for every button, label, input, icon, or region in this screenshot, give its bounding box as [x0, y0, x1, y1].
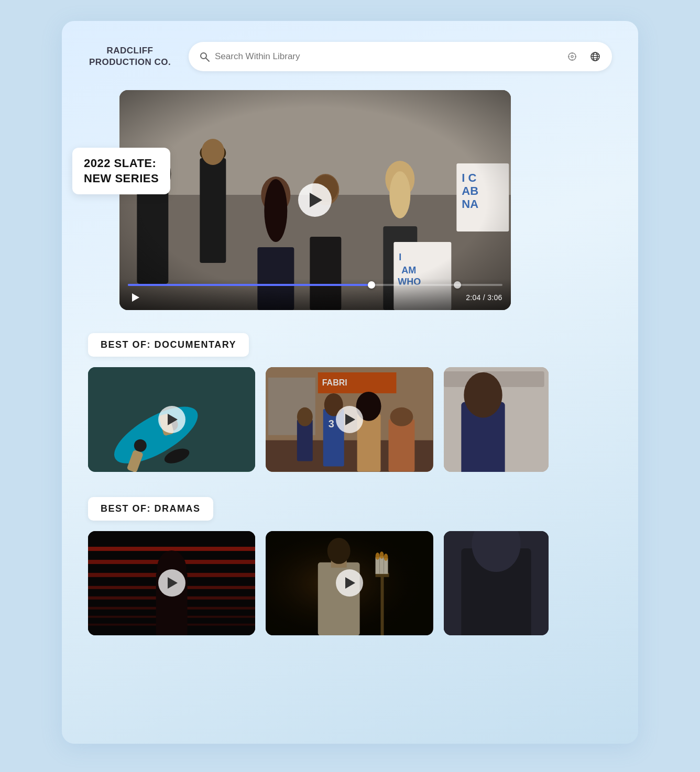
card-play-button[interactable] — [336, 406, 363, 433]
card-play-button[interactable] — [158, 569, 185, 597]
progress-fill — [128, 284, 375, 286]
video-card-dark[interactable] — [444, 531, 549, 636]
card-play-button[interactable] — [336, 569, 363, 597]
globe-button[interactable] — [586, 47, 605, 66]
play-button-small[interactable] — [128, 290, 143, 305]
play-icon — [168, 577, 178, 589]
play-icon — [345, 577, 355, 589]
featured-play-button[interactable] — [298, 183, 332, 217]
svg-rect-72 — [444, 367, 549, 472]
featured-section: 2022 SLATE: NEW SERIES — [88, 90, 612, 310]
video-card[interactable]: FABRI 3 — [266, 367, 433, 472]
svg-point-3 — [571, 56, 573, 58]
search-input[interactable] — [215, 51, 557, 62]
logo: RADCLIFF PRODUCTION CO. — [88, 45, 172, 68]
progress-handle-current[interactable] — [368, 281, 375, 289]
video-frame: I C AB NA I AM WHO — [119, 90, 511, 310]
crosshair-button[interactable] — [563, 47, 582, 66]
play-icon — [345, 414, 355, 425]
video-controls: 2:04 / 3:06 — [119, 279, 511, 310]
play-icon — [168, 414, 178, 425]
progress-handle-end[interactable] — [454, 281, 461, 289]
video-controls-row: 2:04 / 3:06 — [128, 290, 502, 305]
play-icon-small — [132, 293, 139, 302]
svg-line-1 — [206, 58, 209, 61]
dramas-section: BEST OF: DRAMAS — [88, 497, 612, 636]
progress-bar[interactable] — [128, 284, 502, 286]
header: RADCLIFF PRODUCTION CO. — [88, 42, 612, 71]
search-icon — [199, 51, 210, 62]
featured-video[interactable]: I C AB NA I AM WHO — [119, 90, 511, 310]
app-container: RADCLIFF PRODUCTION CO. — [62, 21, 638, 744]
card-play-button[interactable] — [158, 406, 185, 433]
video-thumb-dark — [444, 531, 549, 636]
documentary-grid: FABRI 3 — [88, 367, 612, 472]
svg-point-2 — [568, 53, 576, 60]
documentary-section: BEST OF: DOCUMENTARY — [88, 333, 612, 472]
search-bar — [189, 42, 612, 71]
video-card-candles[interactable] — [266, 531, 433, 636]
play-icon — [310, 193, 322, 207]
time-display: 2:04 / 3:06 — [466, 293, 502, 302]
video-thumb-partial — [444, 367, 549, 472]
dramas-grid — [88, 531, 612, 636]
documentary-section-label: BEST OF: DOCUMENTARY — [88, 333, 249, 357]
dramas-section-label: BEST OF: DRAMAS — [88, 497, 213, 521]
video-card-partial[interactable] — [444, 367, 549, 472]
video-card-stage[interactable] — [88, 531, 255, 636]
video-card[interactable] — [88, 367, 255, 472]
search-actions — [563, 47, 605, 66]
featured-label: 2022 SLATE: NEW SERIES — [72, 148, 170, 194]
